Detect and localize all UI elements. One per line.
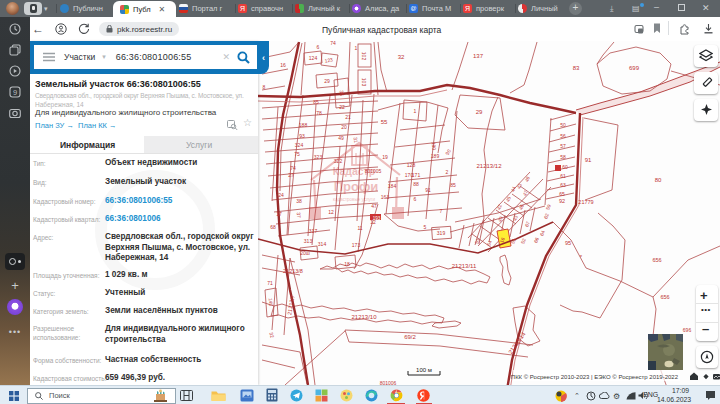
svg-text:57: 57 [560,143,566,149]
svg-text:8: 8 [263,84,266,90]
svg-text:61: 61 [560,173,566,179]
svg-text:21779: 21779 [578,199,593,205]
svg-text:74: 74 [290,165,296,171]
svg-text:88: 88 [413,181,419,187]
svg-text:6: 6 [317,44,320,50]
svg-text:93: 93 [299,133,305,139]
svg-text:16: 16 [280,62,286,68]
svg-text:11: 11 [357,225,362,231]
svg-text:49: 49 [338,135,344,141]
svg-text:189: 189 [431,153,440,159]
svg-text:124: 124 [309,55,318,61]
svg-text:Профи: Профи [334,179,379,194]
svg-text:75: 75 [294,151,300,157]
svg-text:656: 656 [652,257,661,263]
svg-text:6: 6 [414,196,417,202]
svg-text:801005: 801005 [365,168,382,174]
svg-text:656: 656 [660,294,669,300]
svg-text:83: 83 [573,65,580,71]
svg-text:128: 128 [407,162,416,168]
svg-text:50: 50 [560,122,566,128]
svg-text:173: 173 [352,242,361,248]
svg-text:19: 19 [382,154,388,160]
svg-text:22: 22 [339,104,345,110]
svg-text:100 м: 100 м [416,367,432,373]
svg-text:20: 20 [341,124,347,130]
svg-text:21213/11: 21213/11 [452,263,477,269]
svg-text:1: 1 [414,108,417,114]
svg-text:18: 18 [344,261,350,267]
svg-text:63: 63 [560,182,566,188]
svg-text:313: 313 [304,238,313,244]
svg-text:24: 24 [278,192,284,198]
svg-text:56: 56 [560,133,566,139]
svg-text:38: 38 [296,198,302,204]
svg-text:21: 21 [345,114,351,120]
svg-text:кадастровые услуги: кадастровые услуги [333,197,375,202]
svg-text:2: 2 [446,169,449,175]
svg-text:74: 74 [330,41,336,46]
svg-text:58: 58 [560,154,566,160]
svg-text:12: 12 [370,219,376,225]
svg-text:36: 36 [339,90,345,96]
svg-text:12: 12 [328,209,334,215]
svg-text:29: 29 [324,78,330,84]
svg-text:171: 171 [412,172,421,178]
svg-text:95: 95 [565,240,571,246]
svg-text:323: 323 [314,154,323,160]
svg-text:85: 85 [450,182,456,188]
svg-text:7: 7 [440,208,443,214]
svg-text:102: 102 [361,52,367,61]
svg-text:319: 319 [437,230,446,236]
svg-text:322: 322 [334,158,343,164]
svg-text:92: 92 [559,198,565,204]
svg-text:21213/8: 21213/8 [283,268,303,274]
svg-text:17: 17 [276,211,282,217]
svg-text:324: 324 [295,142,304,148]
svg-text:699: 699 [629,65,640,71]
svg-text:103: 103 [361,78,367,87]
svg-text:37: 37 [296,212,302,218]
svg-text:317: 317 [309,228,318,234]
svg-text:21213/12: 21213/12 [476,163,502,169]
svg-text:20ш: 20ш [300,250,310,256]
svg-text:65: 65 [559,191,565,197]
svg-text:1: 1 [355,45,358,51]
svg-text:5: 5 [424,224,427,230]
svg-text:163: 163 [381,194,390,200]
svg-text:68: 68 [270,224,276,230]
svg-text:78: 78 [316,110,322,116]
svg-text:21213/10: 21213/10 [351,314,377,320]
svg-text:91: 91 [425,187,431,193]
svg-text:9: 9 [13,88,17,97]
svg-text:91: 91 [585,157,592,163]
svg-text:184: 184 [388,183,397,189]
svg-text:29: 29 [476,109,483,115]
svg-text:145: 145 [268,298,274,307]
svg-text:80: 80 [655,177,662,183]
svg-text:71: 71 [267,280,273,286]
svg-text:⚙: ⚙ [613,392,620,401]
svg-text:314: 314 [318,241,327,247]
svg-text:47: 47 [371,203,377,209]
svg-text:85: 85 [313,99,319,105]
svg-text:55: 55 [381,119,388,125]
svg-text:60: 60 [562,164,568,170]
svg-text:27: 27 [288,172,294,178]
svg-text:188: 188 [299,122,308,128]
svg-text:190: 190 [431,142,438,151]
svg-text:137: 137 [473,53,484,59]
svg-text:32: 32 [398,54,405,60]
svg-text:ПКК © Росреестр 2010-2023 | ЕЭ: ПКК © Росреестр 2010-2023 | ЕЭКО © Росре… [511,374,679,380]
svg-text:69/2: 69/2 [404,334,416,340]
svg-text:696: 696 [683,327,692,333]
